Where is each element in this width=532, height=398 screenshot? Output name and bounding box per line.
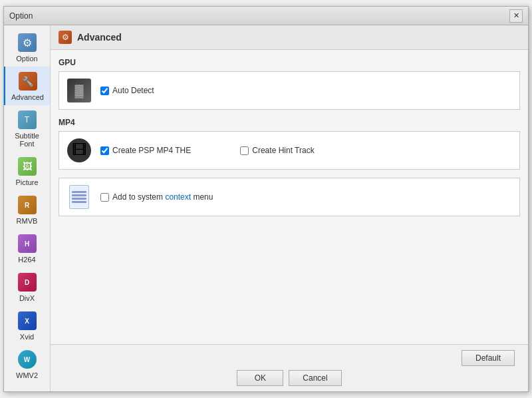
main-window: Option ✕ ⚙ Option 🔧 Advanced T Subt xyxy=(3,6,529,392)
xvid-icon: X xyxy=(17,310,38,331)
sidebar-item-wmv2[interactable]: W WMV2 xyxy=(4,345,50,383)
footer-buttons: OK Cancel xyxy=(59,370,520,386)
footer: Default OK Cancel xyxy=(51,344,528,391)
context-menu-icon xyxy=(67,185,91,209)
auto-detect-checkbox[interactable] xyxy=(100,87,109,95)
main-content: ⚙ Advanced GPU Auto Detect xyxy=(51,25,528,391)
subtitle-font-icon: T xyxy=(17,109,38,130)
add-context-text-part1: Add to system xyxy=(112,192,165,202)
add-context-text-part2: menu xyxy=(191,192,213,202)
context-menu-row: Add to system context menu xyxy=(100,192,213,202)
title-bar: Option ✕ xyxy=(4,7,528,25)
advanced-icon: 🔧 xyxy=(17,71,39,92)
close-button[interactable]: ✕ xyxy=(509,9,523,23)
content-header-title: Advanced xyxy=(77,32,122,43)
sidebar-item-label-subtitle: Subtitle Font xyxy=(7,132,47,148)
add-context-checkbox[interactable] xyxy=(100,193,109,202)
sidebar: ⚙ Option 🔧 Advanced T Subtitle Font 🖼 xyxy=(4,25,51,391)
context-section: Add to system context menu xyxy=(59,178,520,216)
sidebar-item-label-xvid: Xvid xyxy=(20,333,34,341)
create-psp-row: Create PSP MP4 THE xyxy=(100,146,191,155)
gpu-section: GPU Auto Detect xyxy=(59,58,520,110)
gpu-icon xyxy=(67,79,91,102)
window-title: Option xyxy=(9,11,509,21)
sidebar-item-divx[interactable]: D DivX xyxy=(4,268,50,306)
cancel-button[interactable]: Cancel xyxy=(289,370,341,386)
sidebar-item-label-rmvb: RMVB xyxy=(17,217,38,225)
gpu-section-label: GPU xyxy=(59,58,520,67)
default-button[interactable]: Default xyxy=(462,350,515,366)
add-context-text-highlight: context xyxy=(165,192,191,202)
create-psp-label[interactable]: Create PSP MP4 THE xyxy=(112,146,191,155)
sidebar-item-option[interactable]: ⚙ Option xyxy=(4,28,50,67)
h264-icon: H xyxy=(17,233,38,254)
mp4-section-box: Create PSP MP4 THE Create Hint Track xyxy=(59,131,520,170)
content-header-icon: ⚙ xyxy=(59,31,72,44)
mp4-section: MP4 Create PSP MP4 THE Create Hint Track xyxy=(59,118,520,170)
sidebar-item-label-divx: DivX xyxy=(19,294,35,302)
window-body: ⚙ Option 🔧 Advanced T Subtitle Font 🖼 xyxy=(4,25,528,391)
sidebar-item-h264[interactable]: H H264 xyxy=(4,229,50,268)
sidebar-item-advanced[interactable]: 🔧 Advanced xyxy=(4,67,50,105)
ok-button[interactable]: OK xyxy=(237,370,283,386)
film-icon xyxy=(67,138,91,162)
sidebar-item-label-picture: Picture xyxy=(15,178,38,186)
create-hint-checkbox[interactable] xyxy=(240,146,249,155)
add-context-label[interactable]: Add to system context menu xyxy=(112,192,213,202)
default-row: Default xyxy=(59,350,520,366)
context-section-box: Add to system context menu xyxy=(59,178,520,216)
sidebar-item-subtitle-font[interactable]: T Subtitle Font xyxy=(4,105,50,152)
picture-icon: 🖼 xyxy=(17,156,38,177)
content-header: ⚙ Advanced xyxy=(51,25,528,50)
wmv2-icon: W xyxy=(17,349,38,370)
content-body: GPU Auto Detect MP4 xyxy=(51,50,528,344)
sidebar-item-rmvb[interactable]: R RMVB xyxy=(4,190,50,229)
create-hint-label[interactable]: Create Hint Track xyxy=(252,146,314,155)
option-icon: ⚙ xyxy=(17,32,38,53)
sidebar-item-label-h264: H264 xyxy=(18,256,35,264)
sidebar-item-xvid[interactable]: X Xvid xyxy=(4,306,50,345)
sidebar-item-label-advanced: Advanced xyxy=(11,93,44,101)
create-psp-checkbox[interactable] xyxy=(100,146,109,155)
gpu-section-box: Auto Detect xyxy=(59,71,520,110)
create-hint-row: Create Hint Track xyxy=(240,146,314,155)
mp4-section-label: MP4 xyxy=(59,118,520,127)
sidebar-item-label-option: Option xyxy=(16,55,37,63)
sidebar-item-label-wmv2: WMV2 xyxy=(16,371,38,379)
rmvb-icon: R xyxy=(17,194,38,216)
auto-detect-row: Auto Detect xyxy=(100,86,154,95)
sidebar-item-picture[interactable]: 🖼 Picture xyxy=(4,152,50,190)
auto-detect-label[interactable]: Auto Detect xyxy=(112,86,154,95)
divx-icon: D xyxy=(17,272,38,293)
